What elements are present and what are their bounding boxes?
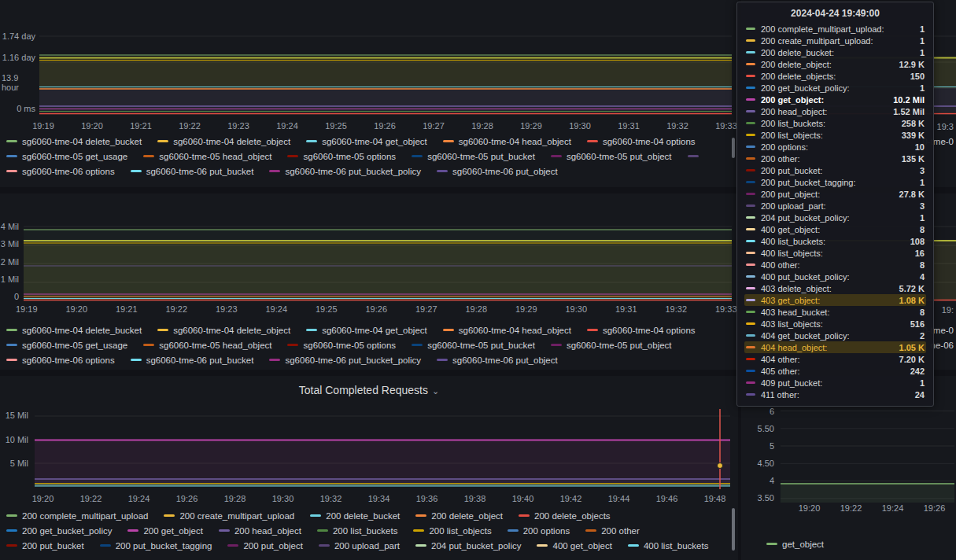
series-color-swatch [746, 63, 755, 65]
x-axis-tick: 19:27 [401, 304, 452, 315]
series-color-swatch [746, 346, 755, 348]
legend-item[interactable]: sg6060-tme-04 delete_bucket [6, 137, 142, 146]
legend-item-label: get_object [782, 540, 824, 549]
y-axis-tick: 13.9 hour [2, 73, 35, 92]
legend-item[interactable]: sg6060-tme-06 options [6, 167, 115, 176]
tooltip-series-label: 200 get_object: [761, 95, 824, 105]
legend-item[interactable]: 400 list_buckets [628, 541, 708, 551]
detail-y-axis: 65.5054.5043.50 [741, 407, 777, 503]
legend-item[interactable]: 400 get_object [537, 541, 611, 551]
tooltip-series-label: 200 delete_object: [761, 60, 832, 69]
legend-item[interactable]: 200 create_multipart_upload [164, 511, 294, 521]
legend-item[interactable]: 200 put_bucket [6, 541, 84, 551]
series-color-swatch [746, 39, 755, 42]
x-axis-tick: 19:20 [19, 494, 67, 505]
x-axis-tick: 19:22 [152, 304, 202, 315]
legend-item[interactable]: sg6060-tme-06 options [6, 356, 115, 365]
legend-item[interactable]: sg6060-tme-04 head_object [443, 137, 571, 146]
tooltip-series-value: 3 [912, 201, 925, 211]
tooltip-series-label: 200 create_multipart_upload: [761, 36, 873, 46]
legend-item[interactable]: sg6060-tme-05 put_object [551, 152, 672, 161]
legend-item[interactable]: sg6060-tme-04 head_object [443, 326, 571, 335]
legend-item[interactable]: 200 get_bucket_policy [6, 526, 112, 536]
duration-chart-plot[interactable] [39, 31, 732, 120]
legend-item[interactable] [688, 155, 703, 157]
tooltip-series-label: 200 put_object: [761, 190, 820, 199]
legend-item[interactable]: 200 delete_bucket [310, 511, 400, 521]
legend-item[interactable]: 200 delete_object [415, 511, 503, 521]
legend-item[interactable]: 200 get_object [127, 526, 202, 536]
legend-item[interactable]: 200 other [585, 526, 640, 536]
legend-item[interactable]: 200 options [508, 526, 570, 536]
tooltip-series-value: 1 [912, 378, 925, 388]
x-axis-tick: 19:20 [52, 304, 102, 315]
legend-item[interactable]: 204 put_bucket_policy [415, 541, 521, 551]
series-color-swatch [746, 263, 755, 266]
legend-scrollbar[interactable] [732, 508, 735, 551]
chevron-down-icon[interactable]: ⌄ [432, 386, 439, 396]
series-color-swatch [437, 170, 448, 172]
tooltip-series-row: 200 put_object: 27.8 K [744, 188, 926, 200]
legend-item[interactable]: sg6060-tme-04 get_object [306, 326, 427, 335]
x-axis-tick: 19:27 [409, 121, 458, 132]
legend-item[interactable]: 200 put_object [227, 541, 302, 551]
legend-item[interactable]: sg6060-tme-05 put_object [551, 341, 672, 350]
legend-item[interactable]: sg6060-tme-06 put_bucket_policy [269, 167, 421, 176]
series-color-swatch [746, 252, 755, 254]
legend-item[interactable]: sg6060-tme-05 get_usage [6, 341, 127, 350]
legend-item[interactable]: sg6060-tme-05 put_bucket [412, 152, 535, 161]
legend-item-label: 200 complete_multipart_upload [22, 511, 148, 521]
legend-item[interactable]: 200 head_object [219, 526, 301, 536]
legend-item[interactable]: sg6060-tme-04 delete_object [157, 326, 290, 335]
legend-item[interactable]: get_object [766, 540, 824, 549]
legend-item[interactable]: sg6060-tme-06 put_bucket [131, 356, 254, 365]
legend-item[interactable]: sg6060-tme-05 options [287, 341, 396, 350]
legend-item[interactable]: sg6060-tme-04 delete_object [157, 137, 290, 146]
x-axis-tick: 19:28 [452, 304, 502, 315]
legend-item[interactable]: sg6060-tme-06 put_object [437, 167, 558, 176]
tooltip-series-row: 404 get_bucket_policy: 2 [744, 330, 926, 341]
legend-item[interactable]: 200 upload_part [319, 541, 400, 551]
legend-item[interactable]: sg6060-tme-05 head_object [143, 341, 271, 350]
series-color-swatch [6, 344, 17, 346]
y-axis-tick: 4.50 [758, 459, 774, 468]
legend-item[interactable]: 200 complete_multipart_upload [6, 511, 148, 521]
legend-item[interactable]: sg6060-tme-04 get_object [306, 137, 427, 146]
legend-item[interactable]: sg6060-tme-04 delete_bucket [6, 326, 142, 335]
legend-item[interactable]: sg6060-tme-06 put_object [437, 356, 558, 365]
tooltip-timestamp: 2024-04-24 19:49:00 [744, 8, 926, 19]
tooltip-series-row: 411 other: 24 [744, 389, 926, 400]
series-color-swatch [746, 157, 755, 160]
tooltip-series-value: 135 K [894, 154, 925, 164]
legend-item[interactable]: sg6060-tme-06 put_bucket [131, 167, 254, 176]
tooltip-series-row: 405 other: 242 [744, 365, 926, 377]
x-axis-tick: 19:29 [507, 121, 556, 132]
legend-item[interactable]: 200 list_objects [413, 526, 491, 536]
legend-item[interactable]: sg6060-tme-05 options [287, 152, 396, 161]
series-color-swatch [551, 344, 562, 346]
tooltip-series-row: 200 delete_objects: 150 [744, 70, 926, 82]
legend-item[interactable]: sg6060-tme-04 options [587, 137, 696, 146]
detail-chart-plot[interactable] [781, 403, 954, 503]
legend-item-label: sg6060-tme-05 head_object [159, 152, 271, 161]
total-chart-plot[interactable] [35, 407, 730, 492]
legend-item[interactable]: sg6060-tme-05 head_object [143, 152, 271, 161]
legend-item[interactable]: 200 list_buckets [317, 526, 397, 536]
legend-item[interactable]: sg6060-tme-05 put_bucket [412, 341, 535, 350]
legend-item[interactable]: 200 put_bucket_tagging [100, 541, 212, 551]
series-color-swatch [746, 299, 755, 301]
legend-item[interactable]: sg6060-tme-06 put_bucket_policy [269, 356, 421, 365]
legend-item[interactable]: sg6060-tme-05 get_usage [6, 152, 127, 161]
series-color-swatch [746, 275, 755, 278]
legend-item-label: sg6060-tme-04 delete_object [173, 326, 290, 335]
legend-item[interactable]: sg6060-tme-04 options [587, 326, 696, 335]
count-chart-plot[interactable] [24, 222, 732, 301]
x-axis-tick: 19:23 [214, 121, 263, 132]
panel-title[interactable]: Total Completed Requests⌄ [0, 384, 738, 396]
legend-scrollbar[interactable] [732, 138, 735, 158]
x-axis-tick: 19:36 [403, 494, 451, 505]
tooltip-series-row: 200 delete_object: 12.9 K [744, 58, 926, 70]
series-color-swatch [6, 140, 17, 142]
x-axis-tick: 19:30 [556, 121, 604, 132]
legend-item[interactable]: 200 delete_objects [519, 511, 611, 521]
